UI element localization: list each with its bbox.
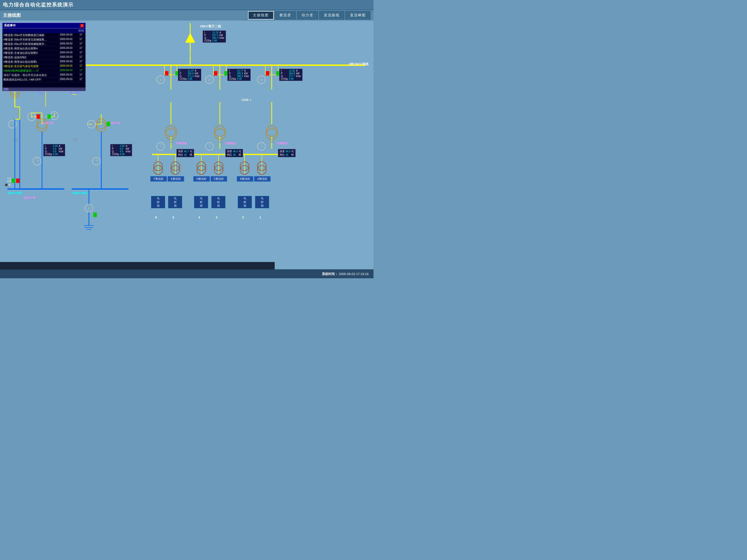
cabinet-C[interactable]: C整流柜: [210, 176, 227, 182]
info-box-rect2: I10.77 A P285.9 kW Q286.5 kVar COSφ0.95: [227, 69, 251, 81]
info-box-temp3: 温度46.7℃ 档位20档: [176, 149, 194, 157]
cabinet-B[interactable]: B整流柜: [237, 176, 253, 182]
electro-5[interactable]: 电 解 槽: [168, 196, 182, 208]
svg-point-63: [257, 76, 265, 84]
svg-text:R: R: [160, 79, 161, 81]
num-4: 4: [198, 216, 200, 219]
list-item: 演示厂站遥控：母分开关分命令发出 2005-09-03 17: [2, 73, 85, 78]
info-box-power1: I0.00 A P0.0 kW Q0.0 kVar COSφ0.00: [43, 144, 65, 156]
svg-point-73: [87, 120, 95, 128]
list-item: #动6kV跳闸回路断返回——0 2005-09-03 17: [2, 69, 85, 73]
electro-6[interactable]: 电 解 槽: [151, 196, 165, 208]
svg-text:R: R: [260, 79, 262, 81]
switch-rect2-red[interactable]: [214, 71, 217, 76]
cabinet-E[interactable]: E整流柜: [168, 176, 184, 182]
work-pos-label: 工作 位置: [7, 177, 11, 183]
svg-point-49: [214, 129, 225, 139]
system-time: 系统时间： 2005-09-03 17:19:18: [322, 272, 368, 276]
svg-point-88: [240, 165, 249, 174]
info-box-rect1: I12.65 A P254.8 kW Q277.7 kVar COSφ0.99: [279, 69, 303, 81]
electro-2[interactable]: 电 解 槽: [238, 196, 252, 208]
svg-line-96: [37, 160, 38, 161]
svg-point-56: [96, 119, 106, 129]
page-title: 主接线图: [3, 12, 21, 18]
svg-point-48: [165, 126, 176, 137]
svg-point-83: [197, 162, 206, 170]
cabinet-D[interactable]: D整流柜: [193, 176, 210, 182]
nav-btn-zhengliu[interactable]: 整流变: [275, 11, 296, 20]
cos-plus-label: COS +: [241, 98, 251, 102]
svg-point-91: [8, 120, 16, 128]
electro-4[interactable]: 电 解 槽: [194, 196, 208, 208]
svg-line-102: [160, 145, 162, 146]
list-item: #整流变-调变油位高位报警H 2005-09-03 17: [2, 47, 85, 51]
list-item: #整流变-油温控制2 2005-09-03 17: [2, 55, 85, 60]
switch-power1-green[interactable]: [47, 114, 51, 119]
switch-rect3-red[interactable]: [165, 71, 169, 76]
busbar6kv-1-label: I段6KV母线: [8, 191, 22, 195]
num-3: 3: [216, 216, 217, 219]
num-6: 6: [155, 216, 157, 219]
svg-point-100: [157, 142, 164, 150]
events-body[interactable]: #整流变-35kv开关柜断路器已储能 2005-09-03 17 #整流变-35…: [2, 33, 85, 87]
switch-power2-green[interactable]: [107, 122, 110, 126]
switch-power1-red[interactable]: [36, 114, 40, 119]
power-1-label: 1#动力变: [43, 121, 54, 125]
list-item: #整流变-主体油位高位报警H 2005-09-03 17: [2, 51, 85, 55]
svg-point-85: [214, 162, 223, 170]
bottom-status-bar: 系统时间： 2005-09-03 17:19:18: [0, 269, 374, 278]
info-box-temp2: 温度46.0℃ 档位20档: [225, 149, 243, 157]
power-2-label: 2#动力变: [109, 121, 120, 125]
info-box-power2: I0.00 A P0.0 kW Q0.0 kVar COSφ0.00: [110, 144, 132, 156]
rect-3-label: 3#整流变: [176, 141, 187, 145]
svg-line-105: [209, 145, 211, 146]
svg-point-47: [165, 129, 176, 139]
svg-line-93: [12, 123, 14, 124]
num-2: 2: [242, 216, 244, 219]
events-scrollbar[interactable]: [2, 87, 85, 91]
line35kv-label: 35KV离子二线: [200, 24, 221, 29]
nav-btn-zhujie[interactable]: 主接线图: [248, 11, 274, 20]
events-close-btn[interactable]: X: [80, 24, 84, 27]
svg-point-84: [197, 165, 206, 174]
svg-point-79: [154, 162, 162, 170]
list-item: #整流变-35kv开关柜母线侧隔离开... 2005-09-03 17: [2, 42, 85, 47]
list-item: #整流变-35kv开关柜变压器侧隔离... 2005-09-03 17: [2, 37, 85, 42]
svg-text:R: R: [91, 123, 93, 126]
svg-point-51: [266, 129, 277, 139]
nav-btn-dongli[interactable]: 动力变: [297, 11, 318, 20]
work-indicator-green[interactable]: [93, 213, 97, 217]
list-item: #整流变-35kv开关柜断路器已储能 2005-09-03 17: [2, 33, 85, 37]
svg-point-80: [154, 165, 162, 174]
svg-line-108: [261, 145, 263, 146]
svg-point-81: [171, 162, 180, 170]
events-title-bar: 系统事件 X: [2, 23, 85, 28]
cabinet-F[interactable]: F整流柜: [150, 176, 167, 182]
svg-point-82: [171, 165, 180, 174]
rect-2-label: 2#整流变: [225, 141, 236, 145]
electro-3[interactable]: 电 解 槽: [211, 196, 226, 208]
nav-btn-zhiliu-bar[interactable]: 直流棒图: [345, 11, 370, 20]
work-indicator-red-L[interactable]: [16, 179, 20, 183]
work-indicator-green-L[interactable]: [11, 179, 15, 183]
svg-text:R: R: [31, 115, 33, 118]
nav-buttons: 主接线图 整流变 动力变 直流曲线 直流棒图: [248, 11, 370, 20]
events-header: 时间: [2, 28, 85, 33]
svg-point-94: [33, 157, 41, 165]
nav-btn-zhiliu-curve[interactable]: 直流曲线: [319, 11, 344, 20]
work-pos-indicator: ⬛ 置: [5, 183, 10, 187]
scroll-area: [0, 262, 275, 269]
switch-rect1-red[interactable]: [266, 71, 269, 76]
svg-point-97: [93, 157, 100, 165]
header-row: 主接线图 主接线图 整流变 动力变 直流曲线 直流棒图: [0, 10, 374, 21]
cabinet-A[interactable]: A整流柜: [254, 176, 271, 182]
svg-point-77: [50, 112, 58, 119]
svg-point-75: [85, 204, 93, 212]
info-box-rect3: I12.37 A P255.8 kW Q271.4 kVar COSφ0.85: [178, 69, 201, 81]
list-item: #整流变-变压器气体信号报警 2005-09-03 17: [2, 64, 85, 69]
electro-1[interactable]: 电 解 槽: [255, 196, 269, 208]
svg-point-50: [214, 126, 225, 137]
top-bar: 电力综合自动化监控系统演示: [0, 0, 374, 10]
svg-point-103: [206, 142, 213, 150]
svg-point-106: [257, 142, 265, 150]
